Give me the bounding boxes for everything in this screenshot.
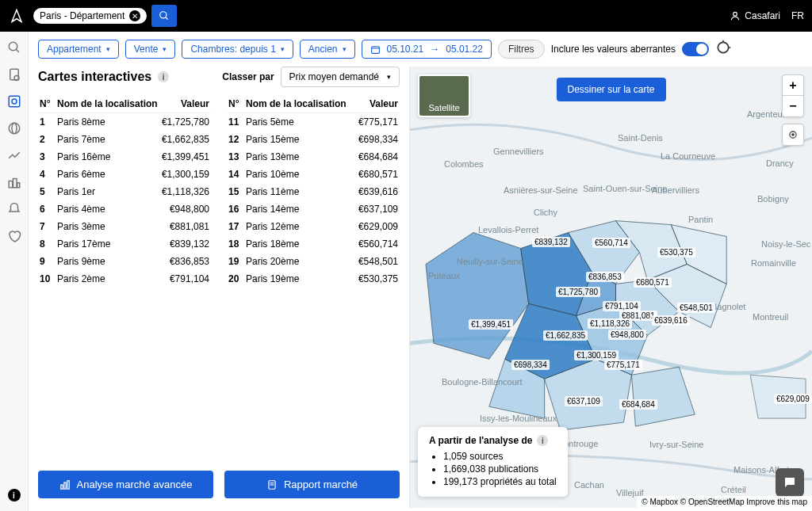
satellite-toggle[interactable]: Satellite: [418, 74, 470, 117]
city-label: Issy-les-Moulineaux: [480, 414, 557, 423]
table-row[interactable]: 17Paris 12ème€629,009: [227, 218, 400, 235]
filter-bar: Appartement▾ Vente▾ Chambres: depuis 1▾ …: [29, 32, 812, 67]
city-label: Montreuil: [753, 312, 788, 322]
price-label[interactable]: €836,853: [586, 272, 624, 282]
svg-rect-11: [9, 181, 13, 188]
table-row[interactable]: 3Paris 16ème€1,399,451: [38, 148, 211, 166]
table-row[interactable]: 6Paris 4ème€948,800: [38, 200, 211, 218]
col-name: Nom de la localisation: [244, 95, 354, 113]
filter-type[interactable]: Appartement▾: [38, 40, 119, 59]
zoom-out-button[interactable]: −: [783, 96, 803, 116]
price-label[interactable]: €698,334: [511, 360, 550, 370]
city-label: La Courneuve: [661, 151, 715, 161]
price-label[interactable]: €637,109: [565, 396, 603, 406]
table-row[interactable]: 15Paris 11ème€639,616: [227, 183, 400, 200]
col-value: Valeur: [354, 95, 400, 113]
search-pill[interactable]: Paris - Département ✕: [33, 8, 147, 24]
table-right: N° Nom de la localisation Valeur 11Paris…: [227, 95, 400, 288]
map-nav-icon[interactable]: [6, 93, 22, 109]
info-nav-icon[interactable]: i: [6, 487, 22, 503]
svg-point-2: [733, 12, 737, 16]
app-logo[interactable]: [8, 7, 25, 25]
table-row[interactable]: 11Paris 5ème€775,171: [227, 113, 400, 132]
doc-nav-icon[interactable]: [6, 67, 22, 82]
table-row[interactable]: 16Paris 14ème€637,109: [227, 200, 400, 218]
chart-icon: [59, 479, 71, 490]
user-name: Casafari: [745, 10, 780, 21]
table-row[interactable]: 1Paris 8ème€1,725,780: [38, 113, 211, 132]
locate-button[interactable]: [782, 124, 804, 146]
search-nav-icon[interactable]: [6, 40, 22, 55]
clear-search-icon[interactable]: ✕: [129, 10, 140, 21]
price-label[interactable]: €530,375: [657, 247, 695, 257]
table-row[interactable]: 8Paris 17ème€839,132: [38, 235, 211, 253]
svg-marker-35: [631, 367, 695, 426]
market-report-button[interactable]: Rapport marché: [224, 471, 400, 498]
zoom-in-button[interactable]: +: [783, 75, 803, 96]
price-label[interactable]: €1,399,451: [469, 319, 513, 330]
table-row[interactable]: 18Paris 18ème€560,714: [227, 235, 400, 253]
table-row[interactable]: 19Paris 20ème€548,501: [227, 253, 400, 270]
price-label[interactable]: €948,800: [608, 330, 646, 340]
city-label: Clichy: [534, 208, 557, 217]
filter-more[interactable]: Filtres: [498, 40, 545, 59]
price-label[interactable]: €1,118,326: [588, 318, 632, 329]
price-label[interactable]: €1,662,835: [543, 330, 588, 341]
table-row[interactable]: 14Paris 10ème€680,571: [227, 166, 400, 183]
chat-widget[interactable]: [776, 468, 804, 497]
info-icon[interactable]: i: [158, 71, 169, 82]
price-label[interactable]: €629,009: [774, 394, 812, 404]
bell-nav-icon[interactable]: [6, 201, 22, 217]
city-label: Neuilly-sur-Seine: [457, 257, 523, 266]
buildings-nav-icon[interactable]: [6, 174, 22, 190]
price-label[interactable]: €839,132: [532, 237, 570, 247]
svg-rect-13: [17, 183, 19, 188]
chevron-down-icon: ▾: [163, 45, 167, 53]
filter-rooms[interactable]: Chambres: depuis 1▾: [182, 40, 293, 59]
info-icon[interactable]: i: [537, 435, 548, 446]
price-label[interactable]: €684,684: [619, 399, 657, 410]
price-label[interactable]: €548,501: [677, 303, 715, 313]
search-button[interactable]: [151, 5, 177, 27]
table-row[interactable]: 2Paris 7ème€1,662,835: [38, 131, 211, 148]
chart-nav-icon[interactable]: [6, 147, 22, 163]
svg-rect-18: [63, 482, 65, 489]
price-label[interactable]: €775,171: [604, 360, 642, 370]
table-row[interactable]: 12Paris 15ème€698,334: [227, 131, 400, 148]
table-row[interactable]: 20Paris 19ème€530,375: [227, 270, 400, 288]
chevron-down-icon: ▾: [343, 45, 347, 53]
outliers-toggle-label: Inclure les valeurs aberrantes: [551, 44, 676, 55]
draw-on-map-button[interactable]: Dessiner sur la carte: [556, 78, 665, 101]
user-menu[interactable]: Casafari: [730, 10, 780, 21]
price-label[interactable]: €639,616: [652, 315, 690, 326]
table-row[interactable]: 10Paris 2ème€791,104: [38, 270, 211, 288]
price-label[interactable]: €1,725,780: [556, 287, 600, 297]
outliers-toggle[interactable]: [682, 42, 709, 56]
col-num: N°: [227, 95, 244, 113]
table-row[interactable]: 4Paris 6ème€1,300,159: [38, 166, 211, 183]
city-label: Ivry-sur-Seine: [649, 440, 703, 449]
price-label[interactable]: €680,571: [634, 277, 672, 288]
table-row[interactable]: 13Paris 13ème€684,684: [227, 148, 400, 166]
city-label: Créteil: [721, 485, 746, 494]
topbar: Paris - Département ✕ Casafari FR: [0, 0, 812, 32]
sort-select[interactable]: Prix moyen demandé ▾: [281, 67, 400, 87]
filter-condition[interactable]: Ancien▾: [300, 40, 355, 59]
price-label[interactable]: €560,714: [592, 238, 630, 248]
table-row[interactable]: 5Paris 1er€1,118,326: [38, 183, 211, 200]
col-value: Valeur: [160, 95, 211, 113]
map-attribution: © Mapbox © OpenStreetMap Improve this ma…: [637, 496, 812, 508]
filter-transaction[interactable]: Vente▾: [125, 40, 176, 59]
map-panel[interactable]: ArgenteuilSaint-DenisGennevilliersLa Cou…: [409, 67, 812, 508]
advanced-analysis-button[interactable]: Analyse marché avancée: [38, 471, 213, 498]
reset-icon[interactable]: [715, 40, 731, 59]
globe-nav-icon[interactable]: [6, 120, 22, 136]
table-row[interactable]: 7Paris 3ème€881,081: [38, 218, 211, 235]
city-label: Saint-Denis: [618, 133, 663, 143]
table-row[interactable]: 9Paris 9ème€836,853: [38, 253, 211, 270]
filter-date-range[interactable]: 05.10.21 → 05.01.22: [362, 40, 492, 59]
heart-nav-icon[interactable]: [6, 228, 22, 244]
lang-switch[interactable]: FR: [791, 10, 804, 21]
svg-point-3: [9, 42, 17, 51]
city-label: Bagnolet: [711, 302, 745, 311]
